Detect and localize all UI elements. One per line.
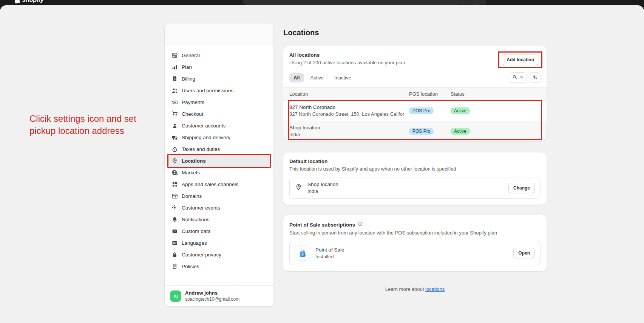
sidebar-item-customer-privacy[interactable]: Customer privacy [168,249,270,261]
user-email: spacingtech10@gmail.com [185,297,239,302]
sidebar-item-label: Notifications [182,217,210,222]
annotation-note-line1: Clicik settings icon and set [29,113,158,125]
sidebar-menu: GeneralPlan$BillingUsers and permissions… [165,46,273,285]
default-location-description: This location is used by Shopify and app… [289,166,541,172]
svg-text:A: A [173,242,175,245]
payments-icon [171,99,178,106]
default-location-title: Default location [289,158,541,164]
sidebar-item-checkout[interactable]: Checkout [168,108,270,120]
topbar-notifications-button[interactable] [456,0,475,5]
tab-all[interactable]: All [289,73,304,82]
sidebar-item-domains[interactable]: Domains [168,190,270,202]
status-badge: Active [451,128,470,135]
languages-icon: A [171,240,178,246]
sidebar-item-locations[interactable]: Locations [168,155,270,167]
sidebar-item-label: Locations [182,158,206,164]
sidebar-item-customer-events[interactable]: Customer events [168,202,270,214]
shopify-logo[interactable]: shopify [14,0,44,4]
policies-icon [171,263,178,270]
topbar-search-label: Search [256,0,270,1]
sidebar-item-plan[interactable]: Plan [168,61,270,73]
sidebar-item-label: Policies [182,264,199,269]
sort-icon [533,75,538,81]
all-locations-title: All locations [289,52,405,58]
location-row-shop-location[interactable]: Shop locationIndiaPOS ProActive [283,121,547,141]
locations-help-link[interactable]: locations [425,286,445,292]
default-location-country: India [307,188,338,194]
sidebar-item-payments[interactable]: Payments [168,96,270,108]
avatar: Aj [170,290,181,302]
status-badge: Active [451,107,470,114]
column-header-pos-location: POS location [409,91,451,97]
sidebar-item-shipping-and-delivery[interactable]: Shipping and delivery [168,132,270,143]
pos-app-row: S Point of Sale Installed Open [289,241,541,265]
pos-app-icon: S [295,245,310,261]
sidebar-item-label: Plan [182,64,192,70]
sidebar-item-custom-data[interactable]: Custom data [168,225,270,237]
store-icon [171,52,178,59]
sidebar-item-notifications[interactable]: Notifications [168,214,270,225]
all-locations-subtitle: Using 2 of 200 active locations availabl… [289,60,405,65]
add-location-button[interactable]: Add location [502,54,539,65]
locations-tabs: AllActiveInactive [289,73,355,82]
settings-sidebar: GeneralPlan$BillingUsers and permissions… [165,23,273,306]
custom-data-icon [171,228,178,234]
location-pin-icon [295,183,302,192]
location-name: 827 North Coronado [289,104,405,110]
plan-icon [171,64,178,70]
sidebar-item-label: Customer privacy [182,252,221,258]
customer-accounts-icon [171,123,178,129]
sidebar-item-label: Apps and sales channels [182,182,238,187]
sort-button[interactable] [530,72,541,83]
sidebar-item-taxes-and-duties[interactable]: $Taxes and duties [168,143,270,155]
topbar-account-button[interactable] [477,0,486,5]
pos-subscriptions-title: Point of Sale subscriptions [289,222,355,228]
location-row-827-north-coronado[interactable]: 827 North Coronado827 North Coronado Str… [283,101,547,121]
annotation-note: Clicik settings icon and set pickup loca… [29,113,158,137]
sidebar-item-label: Customer accounts [182,123,225,129]
locations-table: LocationPOS locationStatus 827 North Cor… [283,87,547,141]
markets-icon: $ [171,169,178,176]
sidebar-item-billing[interactable]: $Billing [168,73,270,85]
footer-help-text: Learn more about locations [283,286,547,292]
sidebar-item-users-and-permissions[interactable]: Users and permissions [168,85,270,96]
sidebar-item-general[interactable]: General [168,50,270,61]
footer-help-label: Learn more about [385,286,425,292]
sidebar-item-apps-and-sales-channels[interactable]: Apps and sales channels [168,179,270,190]
sidebar-item-markets[interactable]: $Markets [168,167,270,179]
default-location-card: Default location This location is used b… [283,152,547,205]
pos-location-badge: POS Pro [409,107,434,114]
search-filter-button[interactable] [509,72,527,83]
sidebar-item-label: Shipping and delivery [182,135,230,140]
open-pos-button[interactable]: Open [513,248,535,258]
tab-inactive[interactable]: Inactive [330,73,355,82]
change-default-location-button[interactable]: Change [508,183,535,193]
locations-table-header: LocationPOS locationStatus [283,87,547,101]
sidebar-user-section[interactable]: Aj Andrew johns spacingtech10@gmail.com [165,285,273,306]
filter-icon [519,75,524,81]
locations-table-body: 827 North Coronado827 North Coronado Str… [283,101,547,141]
info-icon[interactable] [358,221,363,228]
location-name: Shop location [289,125,405,130]
topbar-search-input[interactable]: Search [243,0,486,5]
pos-location-badge: POS Pro [409,128,434,135]
tab-active[interactable]: Active [306,73,328,82]
default-location-row: Shop location India Change [289,177,541,199]
users-icon [171,87,178,94]
sidebar-item-policies[interactable]: Policies [168,261,270,272]
sidebar-item-label: Billing [182,76,195,82]
locations-icon [171,158,178,164]
billing-icon: $ [171,76,178,82]
pos-subscriptions-card: Point of Sale subscriptions Start sellin… [283,215,547,271]
sidebar-item-languages[interactable]: ALanguages [168,237,270,249]
topbar: shopify Search [0,0,644,5]
svg-text:$: $ [176,173,177,175]
sidebar-item-label: Custom data [182,228,211,234]
settings-page: Clicik settings icon and set pickup loca… [0,5,644,323]
sidebar-item-customer-accounts[interactable]: Customer accounts [168,120,270,132]
sidebar-item-label: Users and permissions [182,88,233,93]
column-header-location: Location [283,91,409,97]
sidebar-item-label: Customer events [182,205,220,211]
sidebar-item-label: Checkout [182,111,203,117]
user-name: Andrew johns [185,290,239,296]
